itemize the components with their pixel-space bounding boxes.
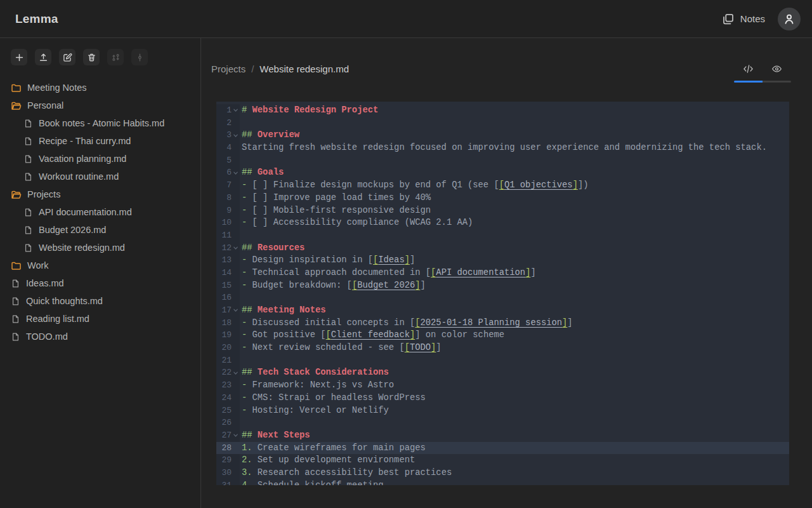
line-number: 20 <box>216 342 232 354</box>
line-number: 5 <box>216 154 232 167</box>
fold-chevron-icon[interactable] <box>232 166 240 179</box>
markdown-editor[interactable]: 1# Website Redesign Project23## Overview… <box>216 102 789 485</box>
editor-line-23[interactable]: 23- Framework: Next.js vs Astro <box>216 379 789 392</box>
editor-line-19[interactable]: 19- Got positive [[Client feedback]] on … <box>216 329 789 342</box>
editor-line-5[interactable]: 5 <box>216 154 789 167</box>
editor-line-14[interactable]: 14- Technical approach documented in [[A… <box>216 267 789 279</box>
delete-button[interactable] <box>83 49 100 65</box>
tree-folder-meeting-notes[interactable]: Meeting Notes <box>0 79 200 97</box>
editor-line-1[interactable]: 1# Website Redesign Project <box>216 104 789 117</box>
editor-line-29[interactable]: 292. Set up development environment <box>216 454 789 467</box>
line-number: 3 <box>216 129 232 142</box>
tree-file-quick-thoughts-md[interactable]: Quick thoughts.md <box>0 292 200 310</box>
line-number: 18 <box>216 317 232 330</box>
tree-file-recipe-thai-curry-md[interactable]: Recipe - Thai curry.md <box>0 132 200 150</box>
gutter: 14 <box>216 267 240 279</box>
git-compare-icon <box>111 53 121 62</box>
user-icon <box>783 13 796 25</box>
editor-line-24[interactable]: 24- CMS: Strapi or headless WordPress <box>216 392 789 404</box>
editor-line-16[interactable]: 16 <box>216 291 789 304</box>
code-text <box>240 417 242 429</box>
git-commit-icon <box>135 53 145 62</box>
preview-view-tab[interactable] <box>763 60 791 77</box>
editor-line-27[interactable]: 27## Next Steps <box>216 429 789 442</box>
gutter: 2 <box>216 117 240 130</box>
tree-file-api-documentation-md[interactable]: API documentation.md <box>0 203 200 221</box>
editor-line-15[interactable]: 15- Budget breakdown: [[Budget 2026]] <box>216 279 789 292</box>
tree-file-website-redesign-md[interactable]: Website redesign.md <box>0 239 200 257</box>
editor-line-9[interactable]: 9- [ ] Mobile-first responsive design <box>216 204 789 217</box>
editor-line-6[interactable]: 6## Goals <box>216 166 789 179</box>
file-icon <box>23 243 33 253</box>
tree-folder-projects[interactable]: Projects <box>0 185 200 203</box>
code-text: - Design inspiration in [[Ideas]] <box>240 254 415 267</box>
tree-item-label: TODO.md <box>26 331 68 342</box>
tree-file-book-notes-atomic-habits-md[interactable]: Book notes - Atomic Habits.md <box>0 114 200 132</box>
tree-file-reading-list-md[interactable]: Reading list.md <box>0 310 200 328</box>
fold-spacer <box>232 467 240 479</box>
fold-spacer <box>232 379 240 392</box>
code-text: # Website Redesign Project <box>240 104 378 117</box>
tree-item-label: Personal <box>27 100 63 110</box>
editor-line-22[interactable]: 22## Tech Stack Considerations <box>216 366 789 379</box>
file-icon <box>23 137 33 146</box>
gutter: 3 <box>216 129 240 142</box>
fold-chevron-icon[interactable] <box>232 304 240 317</box>
tree-folder-work[interactable]: Work <box>0 257 200 274</box>
editor-line-3[interactable]: 3## Overview <box>216 129 789 142</box>
tree-folder-personal[interactable]: Personal <box>0 97 200 114</box>
tree-file-todo-md[interactable]: TODO.md <box>0 328 200 345</box>
git-compare-button[interactable] <box>107 49 124 65</box>
fold-chevron-icon[interactable] <box>232 366 240 379</box>
editor-line-28[interactable]: 281. Create wireframes for main pages <box>216 442 789 455</box>
editor-line-7[interactable]: 7- [ ] Finalize design mockups by end of… <box>216 179 789 192</box>
fold-chevron-icon[interactable] <box>232 242 240 255</box>
notes-button[interactable]: Notes <box>722 13 765 25</box>
tree-item-label: Website redesign.md <box>39 243 125 253</box>
editor-line-25[interactable]: 25- Hosting: Vercel or Netlify <box>216 404 789 417</box>
trash-icon <box>87 53 96 62</box>
editor-line-12[interactable]: 12## Resources <box>216 242 789 255</box>
editor-line-21[interactable]: 21 <box>216 354 789 367</box>
fold-spacer <box>232 392 240 404</box>
breadcrumb-parent[interactable]: Projects <box>211 64 246 74</box>
editor-line-13[interactable]: 13- Design inspiration in [[Ideas]] <box>216 254 789 267</box>
editor-line-20[interactable]: 20- Next review scheduled - see [[TODO]] <box>216 342 789 354</box>
editor-line-8[interactable]: 8- [ ] Improve page load times by 40% <box>216 192 789 204</box>
tree-file-vacation-planning-md[interactable]: Vacation planning.md <box>0 150 200 168</box>
editor-line-11[interactable]: 11 <box>216 229 789 242</box>
git-commit-button[interactable] <box>131 49 148 65</box>
code-text: 1. Create wireframes for main pages <box>240 442 426 455</box>
code-text: - Discussed initial concepts in [[2025-0… <box>240 317 573 330</box>
folder-open-icon <box>11 100 22 111</box>
fold-chevron-icon[interactable] <box>232 104 240 117</box>
fold-spacer <box>232 117 240 130</box>
tree-file-budget-2026-md[interactable]: Budget 2026.md <box>0 221 200 239</box>
tree-file-workout-routine-md[interactable]: Workout routine.md <box>0 168 200 185</box>
editor-line-2[interactable]: 2 <box>216 117 789 130</box>
editor-line-18[interactable]: 18- Discussed initial concepts in [[2025… <box>216 317 789 330</box>
editor-line-31[interactable]: 314. Schedule kickoff meeting <box>216 479 789 485</box>
editor-line-10[interactable]: 10- [ ] Accessibility compliance (WCAG 2… <box>216 217 789 229</box>
fold-chevron-icon[interactable] <box>232 429 240 442</box>
tree-file-ideas-md[interactable]: Ideas.md <box>0 274 200 292</box>
tree-item-label: Ideas.md <box>26 278 64 288</box>
edit-button[interactable] <box>59 49 75 65</box>
editor-line-17[interactable]: 17## Meeting Notes <box>216 304 789 317</box>
code-text: - [ ] Mobile-first responsive design <box>240 204 431 217</box>
upload-button[interactable] <box>35 49 51 65</box>
new-note-button[interactable] <box>11 49 27 65</box>
fold-chevron-icon[interactable] <box>232 129 240 142</box>
notes-button-label: Notes <box>740 13 765 24</box>
editor-line-26[interactable]: 26 <box>216 417 789 429</box>
editor-line-4[interactable]: 4Starting fresh website redesign focused… <box>216 142 789 154</box>
fold-spacer <box>232 179 240 192</box>
code-icon <box>743 64 754 74</box>
tree-item-label: Work <box>27 260 49 271</box>
code-view-tab[interactable] <box>734 60 763 77</box>
user-avatar[interactable] <box>778 8 801 30</box>
editor-line-30[interactable]: 303. Research accessibility best practic… <box>216 467 789 479</box>
tree-item-label: Book notes - Atomic Habits.md <box>39 118 164 128</box>
folder-open-icon <box>11 189 22 200</box>
line-number: 16 <box>216 291 232 304</box>
